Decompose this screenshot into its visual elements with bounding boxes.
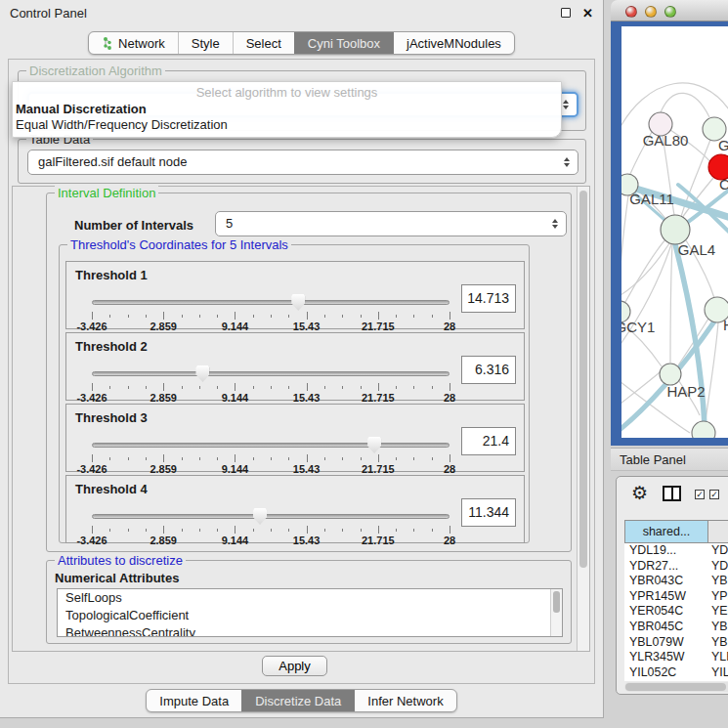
interval-definition-group: Interval Definition Number of Intervals … [46, 193, 572, 552]
table-rows: YDL19...YDL1YDR27...YDR2YBR043CYBR0YPR14… [624, 543, 728, 681]
slider-tick [109, 386, 110, 389]
slider-track[interactable] [92, 300, 450, 305]
table-column-header[interactable]: shared... [624, 520, 708, 543]
tab-label: Impute Data [159, 694, 229, 708]
table-column-header[interactable]: na [708, 520, 728, 543]
table-row[interactable]: YBL079WYBL0 [624, 635, 728, 651]
scrollbar-thumb[interactable] [625, 683, 726, 691]
apply-button[interactable]: Apply [262, 656, 327, 676]
table-cell: YBL0 [708, 635, 728, 651]
tab-network[interactable]: Network [89, 32, 178, 54]
close-icon[interactable]: ✕ [582, 6, 593, 21]
slider-thumb[interactable] [291, 294, 305, 311]
slider-thumb[interactable] [367, 437, 381, 453]
mac-zoom-button[interactable] [664, 6, 676, 18]
float-window-icon[interactable] [561, 8, 571, 18]
dropdown-option[interactable]: Manual Discretization [13, 102, 561, 117]
slider-tick [324, 315, 325, 318]
slider-tick [217, 529, 218, 532]
table-cell: YDR27... [624, 559, 708, 575]
table-cell: YBR043C [624, 574, 708, 589]
table-row[interactable]: YBR043CYBR0 [624, 574, 728, 589]
mac-minimize-button[interactable] [645, 6, 657, 18]
slider-tick [182, 529, 183, 532]
table-horizontal-scrollbar[interactable] [624, 682, 728, 692]
control-panel-window: Control Panel ✕ NetworkStyleSelectCyni T… [0, 0, 604, 718]
tab-select[interactable]: Select [233, 32, 294, 54]
slider-tick [450, 383, 450, 391]
tab-discretize-data[interactable]: Discretize Data [241, 690, 354, 711]
dropdown-option[interactable]: Equal Width/Frequency Discretization [13, 117, 561, 133]
settings-vertical-scrollbar[interactable] [577, 187, 589, 651]
table-data-combobox[interactable]: galFiltered.sif default node [27, 150, 578, 175]
checkbox-icon[interactable]: ✓ [709, 490, 719, 499]
slider-tick [288, 315, 289, 318]
table-cell: YDR2 [708, 559, 728, 575]
attributes-list-scrollbar[interactable] [550, 589, 562, 636]
threshold-value-field[interactable]: 11.344 [461, 498, 516, 527]
slider-tick [324, 457, 325, 460]
slider-tick [413, 457, 414, 460]
tab-style[interactable]: Style [178, 32, 233, 54]
threshold-slider[interactable]: -3.4262.8599.14415.4321.71528 [92, 366, 450, 400]
threshold-slider[interactable]: -3.4262.8599.14415.4321.71528 [92, 295, 450, 328]
slider-tick-label: 2.859 [150, 463, 177, 475]
table-row[interactable]: YLR345WYLR3 [624, 650, 728, 665]
slider-tick [128, 386, 129, 389]
checkbox-icon[interactable]: ✓ [695, 490, 705, 499]
table-row[interactable]: YDL19...YDL1 [624, 543, 728, 559]
slider-track[interactable] [92, 514, 450, 519]
tab-jactivemnodules[interactable]: jActiveMNodules [393, 32, 514, 54]
tab-cyni-toolbox[interactable]: Cyni Toolbox [294, 32, 393, 54]
attribute-item[interactable]: TopologicalCoefficient [58, 607, 562, 624]
tab-label: Network [118, 36, 165, 51]
number-of-intervals-value: 5 [226, 216, 233, 231]
slider-tick [378, 383, 379, 391]
tab-label: Discretize Data [255, 694, 341, 708]
split-columns-icon[interactable] [663, 486, 681, 501]
slider-tick [307, 312, 308, 320]
slider-thumb[interactable] [195, 365, 209, 382]
network-nodes[interactable]: GAL80GACGAL11GAL4GCY1HHAP2 [621, 112, 728, 438]
table-row[interactable]: YPR145WYPR1 [624, 589, 728, 605]
tab-label: Select [246, 36, 281, 51]
threshold-panel: Threshold 4-3.4262.8599.14415.4321.71528… [65, 475, 525, 543]
settings-scrollpane: Interval Definition Number of Intervals … [12, 186, 590, 652]
table-row[interactable]: YBR045CYBR0 [624, 620, 728, 635]
slider-tick-label: -3.426 [76, 392, 107, 404]
mac-close-button[interactable] [625, 6, 637, 18]
slider-tick [163, 383, 164, 391]
threshold-value-field[interactable]: 14.713 [461, 284, 516, 313]
table-row[interactable]: YIL052CYIL0 [624, 665, 728, 681]
threshold-slider[interactable]: -3.4262.8599.14415.4321.71528 [92, 438, 450, 471]
slider-tick [199, 529, 200, 532]
slider-track[interactable] [92, 371, 450, 376]
attribute-item[interactable]: SelfLoops [58, 589, 562, 607]
slider-tick [253, 529, 254, 532]
numerical-attributes-list[interactable]: SelfLoopsTopologicalCoefficientBetweenne… [57, 588, 563, 637]
table-cell: YPR1 [708, 589, 728, 605]
table-cell: YER054C [624, 604, 708, 620]
table-row[interactable]: YDR27...YDR2 [624, 559, 728, 575]
slider-tick-label: 15.43 [293, 321, 321, 332]
number-of-intervals-spinner[interactable]: 5 [215, 211, 567, 236]
scrollbar-thumb[interactable] [553, 591, 560, 613]
network-node-hap2[interactable] [660, 364, 681, 385]
gear-icon[interactable]: ⚙ [631, 482, 648, 504]
network-node[interactable] [692, 421, 715, 438]
threshold-value-field[interactable]: 21.4 [461, 427, 516, 455]
thresholds-group: Threshold's Coordinates for 5 Intervals … [59, 244, 530, 543]
table-row[interactable]: YER054CYER0 [624, 604, 728, 620]
slider-tick [396, 315, 397, 318]
threshold-value-field[interactable]: 6.316 [461, 356, 516, 384]
tab-infer-network[interactable]: Infer Network [354, 690, 455, 711]
slider-thumb[interactable] [253, 508, 267, 525]
slider-tick [342, 457, 343, 460]
network-node-gal4[interactable] [661, 215, 690, 244]
slider-track[interactable] [92, 443, 450, 448]
network-canvas[interactable]: GAL80GACGAL11GAL4GCY1HHAP2 [621, 26, 728, 438]
attribute-item[interactable]: BetweennessCentrality [58, 624, 562, 637]
tab-impute-data[interactable]: Impute Data [147, 690, 241, 711]
threshold-slider[interactable]: -3.4262.8599.14415.4321.71528 [92, 509, 450, 542]
scrollbar-thumb[interactable] [579, 191, 587, 568]
